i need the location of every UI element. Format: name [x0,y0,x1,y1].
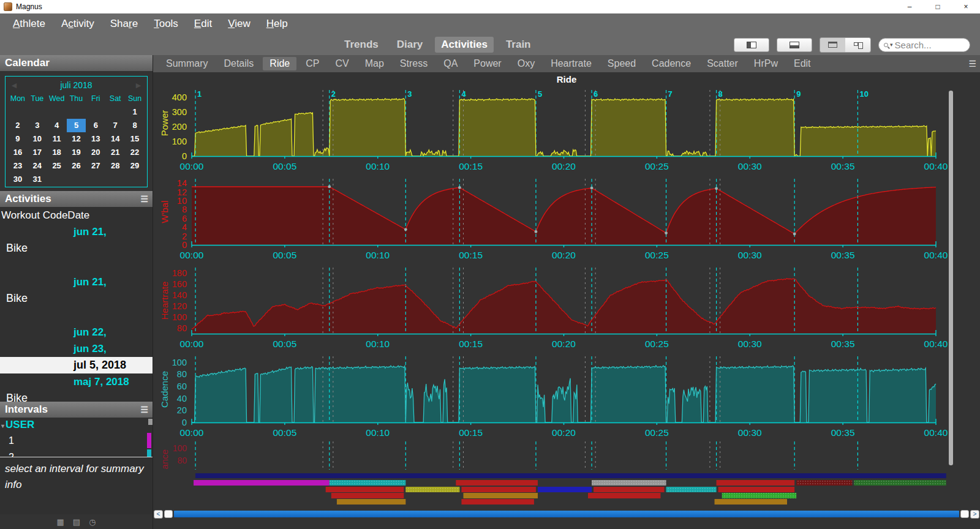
expand-caret-icon[interactable]: ▾ [1,422,4,429]
calendar-day-24[interactable]: 24 [28,159,47,173]
view-tab-diary[interactable]: Diary [391,37,429,53]
calendar-day-26[interactable]: 26 [67,159,86,173]
wbal-chart[interactable]: 00:0000:0500:1000:1500:2000:2500:3000:35… [153,175,974,264]
chart-tab-power[interactable]: Power [467,57,508,70]
column-workout-code[interactable]: Workout Code [1,209,67,222]
calendar-day-30[interactable]: 30 [8,173,28,186]
calendar-day-8[interactable]: 8 [125,119,145,132]
horizontal-scrollbar[interactable]: < > [153,509,980,519]
chart-tab-hrpw[interactable]: HrPw [747,57,785,70]
chart-tab-summary[interactable]: Summary [159,57,214,70]
menu-item-help[interactable]: Help [258,18,296,30]
activity-row[interactable]: Bike [0,240,153,257]
menu-item-edit[interactable]: Edit [186,18,220,30]
calendar-prev-icon[interactable]: ◀ [8,81,20,89]
scroll-thumb-right[interactable] [960,510,969,518]
activity-row-selected[interactable]: jul 5, 2018 [0,357,153,373]
calendar-day-19[interactable]: 19 [67,146,86,159]
calendar-day-10[interactable]: 10 [28,132,47,146]
scroll-thumb-left[interactable] [164,510,173,518]
calendar-day-7[interactable]: 7 [105,119,125,132]
toggle-bottombar-button[interactable] [777,38,812,52]
menu-item-athlete[interactable]: Athlete [5,18,53,30]
chart-tab-cv[interactable]: CV [329,57,356,70]
intervals-scroll-thumb[interactable] [148,419,153,425]
view-tab-trends[interactable]: Trends [338,37,385,53]
calendar-day-9[interactable]: 9 [8,132,28,146]
calendar-day-16[interactable]: 16 [8,146,28,159]
activity-row[interactable]: jun 22, [0,324,153,340]
calendar-day-4[interactable]: 4 [47,119,67,132]
chart-tab-stress[interactable]: Stress [393,57,434,70]
power-chart[interactable]: 1234567891000:0000:0500:1000:1500:2000:2… [153,86,974,175]
vertical-scrollbar[interactable] [949,91,953,465]
minimize-button[interactable]: – [895,0,924,13]
menu-item-activity[interactable]: Activity [53,18,102,30]
activity-row[interactable]: maj 7, 2018 [0,373,153,390]
calendar-day-27[interactable]: 27 [86,159,105,173]
interval-item-2[interactable]: 2 [0,449,153,457]
cadence-chart[interactable]: 00:0000:0500:1000:1500:2000:2500:3000:35… [153,353,974,441]
chart-tab-cadence[interactable]: Cadence [645,57,698,70]
chart-tab-scatter[interactable]: Scatter [700,57,745,70]
calendar-day-17[interactable]: 17 [28,146,47,159]
menu-item-view[interactable]: View [220,18,258,30]
activities-section-header[interactable]: Activities ☰ [0,191,153,207]
calendar-day-15[interactable]: 15 [125,132,145,146]
search-filter-caret-icon[interactable]: ▾ [890,42,893,48]
calendar-day-20[interactable]: 20 [86,146,105,159]
chart-tab-heartrate[interactable]: Heartrate [544,57,598,70]
search-input[interactable] [895,40,956,50]
calendar-day-13[interactable]: 13 [86,132,105,146]
chart-tab-edit[interactable]: Edit [787,57,818,70]
search-box[interactable]: ▾ [878,38,970,52]
calendar-day-6[interactable]: 6 [86,119,105,132]
tiled-view-button[interactable] [845,38,870,52]
heartrate-chart[interactable]: 00:0000:0500:1000:1500:2000:2500:3000:35… [153,264,974,353]
calendar-view-icon[interactable]: ▦ [57,517,64,527]
interval-bars-chart[interactable] [153,473,974,505]
balance-chart-clipped[interactable]: 10080Balance [153,441,974,470]
calendar-day-25[interactable]: 25 [47,159,67,173]
column-date[interactable]: Date [67,209,89,222]
activity-row[interactable]: Bike [0,390,153,402]
tabbed-view-button[interactable] [820,38,845,52]
interval-group-user[interactable]: ▾USER [0,418,153,432]
chart-tab-speed[interactable]: Speed [601,57,643,70]
calendar-day-1[interactable]: 1 [125,105,145,119]
calendar-day-31[interactable]: 31 [28,173,47,186]
scrollbar-track[interactable] [174,511,959,517]
scroll-right-button[interactable]: > [970,510,979,519]
activity-row[interactable]: jun 21, [0,274,153,290]
calendar-day-12[interactable]: 12 [67,132,86,146]
calendar-section-header[interactable]: Calendar [0,55,153,71]
calendar-day-21[interactable]: 21 [105,146,125,159]
calendar-day-18[interactable]: 18 [47,146,67,159]
intervals-menu-icon[interactable]: ☰ [140,405,148,415]
menu-item-share[interactable]: Share [102,18,146,30]
clock-icon[interactable]: ◷ [89,517,96,527]
list-view-icon[interactable]: ▤ [73,517,80,527]
calendar-day-29[interactable]: 29 [125,159,145,173]
calendar-day-11[interactable]: 11 [47,132,67,146]
chart-tab-map[interactable]: Map [358,57,391,70]
maximize-button[interactable]: □ [924,0,952,13]
interval-item-1[interactable]: 1 [0,432,153,449]
calendar-next-icon[interactable]: ▶ [132,81,145,89]
view-tab-train[interactable]: Train [500,37,537,53]
chart-tab-cp[interactable]: CP [299,57,326,70]
activity-row[interactable]: Bike [0,290,153,307]
menu-item-tools[interactable]: Tools [146,18,186,30]
activity-row[interactable]: jun 21, [0,223,153,240]
scroll-left-button[interactable]: < [154,510,163,519]
toggle-sidebar-button[interactable] [734,38,769,52]
calendar-day-28[interactable]: 28 [105,159,125,173]
activities-menu-icon[interactable]: ☰ [140,194,148,204]
calendar-day-3[interactable]: 3 [28,119,47,132]
activity-row[interactable]: jun 23, [0,340,153,357]
calendar-day-2[interactable]: 2 [8,119,28,132]
chart-tabs-menu-icon[interactable]: ☰ [968,59,976,69]
view-tab-activities[interactable]: Activities [435,37,494,53]
calendar-day-14[interactable]: 14 [105,132,125,146]
calendar-day-22[interactable]: 22 [125,146,145,159]
